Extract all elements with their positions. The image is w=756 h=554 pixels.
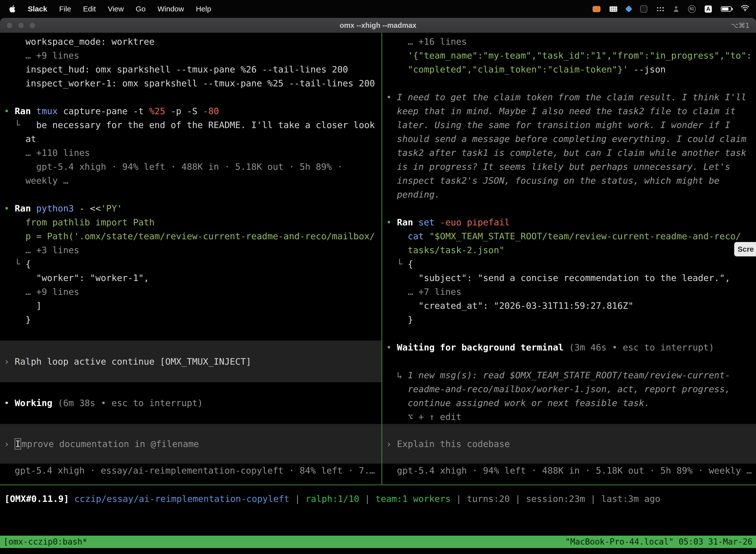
menu-file[interactable]: File: [59, 5, 71, 13]
dark-app-icon[interactable]: [640, 5, 647, 13]
close-button[interactable]: [6, 22, 13, 29]
terminal-line: tasks/task-2.json": [382, 243, 756, 257]
window-titlebar[interactable]: omx --xhigh --madmax ⌥⌘1: [0, 18, 756, 33]
terminal-line: ⌥ + ↑ edit: [382, 410, 756, 424]
window-shortcut: ⌥⌘1: [731, 21, 750, 29]
terminal-line: '{"team_name":"my-team","task_id":"1","f…: [382, 49, 756, 63]
terminal-line: [382, 202, 756, 215]
terminal-line: ]: [0, 299, 381, 313]
tmux-status-bar: [omx-cczip0:bash* "MacBook-Pro-44.local"…: [0, 536, 756, 548]
terminal-line: continue assigned work or next feasible …: [382, 396, 756, 410]
terminal-line: inspect_worker-1: omx sparkshell --tmux-…: [0, 76, 381, 90]
terminal-line: cat "$OMX_TEAM_STATE_ROOT/team/review-cu…: [382, 229, 756, 243]
screen-share-overlay-label: Scre: [738, 245, 754, 254]
terminal-line: [382, 327, 756, 340]
menu-edit[interactable]: Edit: [83, 5, 96, 13]
screen-share-overlay[interactable]: Scre: [734, 242, 756, 257]
terminal-line: • I need to get the claim token from the…: [382, 90, 756, 104]
omx-status-bar: [OMX#0.11.9] cczip/essay/ai-reimplementa…: [0, 491, 756, 506]
terminal-line: weekly …: [0, 174, 381, 188]
terminal-window: omx --xhigh --madmax ⌥⌘1 workspace_mode:…: [0, 18, 756, 554]
terminal-line: should send a message before completing …: [382, 132, 756, 146]
menu-go[interactable]: Go: [136, 5, 145, 13]
terminal-line: … +9 lines: [0, 49, 381, 63]
terminal-line: gpt-5.4 xhigh · 94% left · 488K in · 5.1…: [0, 160, 381, 174]
screen-recording-icon[interactable]: [592, 6, 601, 12]
tmux-host-clock: "MacBook-Pro-44.local" 05:03 31-Mar-26: [565, 536, 753, 548]
terminal-line: … +3 lines: [0, 243, 381, 257]
terminal-line: [382, 354, 756, 368]
apple-menu-icon[interactable]: [9, 5, 16, 13]
terminal-line: ↳ 1 new msg(s): read $OMX_TEAM_STATE_ROO…: [382, 368, 756, 382]
spacer-line: [0, 382, 381, 396]
traffic-lights: [6, 18, 36, 33]
zoom-button[interactable]: [29, 22, 36, 29]
right-terminal-pane[interactable]: … +16 lines '{"team_name":"my-team","tas…: [382, 33, 756, 485]
right-scrollback: … +16 lines '{"team_name":"my-team","tas…: [382, 35, 756, 424]
composer-input-right[interactable]: › Explain this codebase: [382, 424, 756, 464]
keyboard-icon[interactable]: [610, 6, 617, 12]
terminal-line: … +16 lines: [382, 35, 756, 49]
menu-help[interactable]: Help: [196, 5, 211, 13]
terminal-line: └ {: [0, 257, 381, 271]
left-scrollback: workspace_mode: worktree … +9 lines insp…: [0, 35, 381, 340]
terminal-line: p = Path('.omx/state/team/review-current…: [0, 229, 381, 243]
dots-grid-icon[interactable]: [656, 6, 664, 12]
terminal-line: • Ran python3 - <<'PY': [0, 202, 381, 215]
macos-menu-bar: Slack File Edit View Go Window Help 61 A: [0, 0, 756, 18]
tmux-session-label: [omx-cczip0:bash*: [3, 536, 87, 548]
terminal-line: … +9 lines: [0, 285, 381, 299]
terminal-line: task2 after task1 is complete, but can I…: [382, 146, 756, 160]
terminal-line: from pathlib import Path: [0, 215, 381, 229]
wifi-icon[interactable]: [741, 5, 750, 13]
terminal-line: }: [0, 313, 381, 327]
terminal-line: … +7 lines: [382, 285, 756, 299]
status-separator-line: [0, 485, 756, 485]
user-icon[interactable]: [673, 6, 679, 12]
terminal-line: └ {: [382, 257, 756, 271]
terminal-line: at: [0, 132, 381, 146]
terminal-line: pending.: [382, 188, 756, 202]
terminal-line: "subject": "send a concise recommendatio…: [382, 271, 756, 285]
terminal-line: • Ran set -euo pipefail: [382, 215, 756, 229]
terminal-line: • Waiting for background terminal (3m 46…: [382, 340, 756, 354]
terminal-line: "created_at": "2026-03-31T11:59:27.816Z": [382, 299, 756, 313]
terminal-line: … +110 lines: [0, 146, 381, 160]
menu-view[interactable]: View: [108, 5, 124, 13]
terminal-line: [0, 188, 381, 202]
menu-app-name[interactable]: Slack: [28, 5, 47, 13]
menu-window[interactable]: Window: [158, 5, 184, 13]
terminal-line: "worker": "worker-1",: [0, 271, 381, 285]
terminal-line: └ be necessary for the end of the README…: [0, 118, 381, 132]
left-terminal-pane[interactable]: workspace_mode: worktree … +9 lines insp…: [0, 33, 381, 485]
queued-message-bar: › Ralph loop active continue [OMX_TMUX_I…: [0, 340, 381, 382]
terminal-line: is in progress? It seems likely but perh…: [382, 160, 756, 174]
input-source-icon[interactable]: A: [705, 5, 712, 13]
model-status-right: gpt-5.4 xhigh · 94% left · 488K in · 5.1…: [382, 464, 756, 478]
terminal-line: [382, 76, 756, 90]
terminal-line: keep that in mind. Maybe I also need the…: [382, 104, 756, 118]
terminal-line: workspace_mode: worktree: [0, 35, 381, 49]
terminal-line: [0, 90, 381, 104]
spacer-line: [0, 410, 381, 424]
terminal-line: }: [382, 313, 756, 327]
gauge-61-icon[interactable]: 61: [688, 5, 696, 13]
terminal-line: later. Using the same for transition mig…: [382, 118, 756, 132]
terminal-line: [0, 327, 381, 340]
terminal-line: inspect task2's JSON, focusing on the st…: [382, 174, 756, 188]
minimize-button[interactable]: [18, 22, 24, 29]
terminal-line: "completed","claim_token":"claim-token"}…: [382, 63, 756, 76]
blue-app-icon[interactable]: [625, 5, 632, 12]
model-status-left: gpt-5.4 xhigh · essay/ai-reimplementatio…: [0, 464, 381, 478]
composer-input-left[interactable]: › Improve documentation in @filename: [0, 424, 381, 464]
working-status: • Working (6m 38s • esc to interrupt): [0, 396, 381, 410]
battery-icon[interactable]: [721, 6, 732, 12]
window-title: omx --xhigh --madmax: [339, 21, 416, 30]
terminal-line: inspect_hud: omx sparkshell --tmux-pane …: [0, 63, 381, 76]
terminal-line: • Ran tmux capture-pane -t %25 -p -S -80: [0, 104, 381, 118]
terminal-line: readme-and-reco/mailbox/worker-1.json, a…: [382, 382, 756, 396]
